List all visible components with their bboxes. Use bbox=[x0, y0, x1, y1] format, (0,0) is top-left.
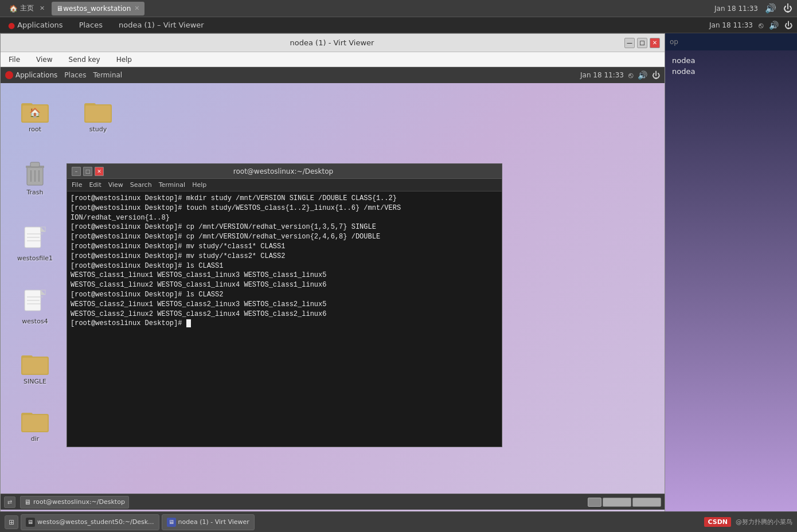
os-clock: Jan 18 11:33 bbox=[714, 5, 758, 13]
terminal-minimize-icon: – bbox=[75, 169, 78, 174]
terminal-controls: – □ ✕ bbox=[72, 167, 104, 176]
os-taskbar-top: 🏠 主页 ✕ 🖥 westos_workstation ✕ Jan 18 11:… bbox=[0, 0, 797, 17]
os-menu-bar: ● Applications Places nodea (1) – Virt V… bbox=[0, 17, 797, 33]
terminal-line-7: [root@westoslinux Desktop]# ls CLASS1 bbox=[71, 261, 498, 271]
desktop-icon-westosfile1[interactable]: westosfile1 bbox=[12, 224, 58, 264]
right-panel-top: op bbox=[665, 33, 797, 50]
vm-volume-icon[interactable]: 🔊 bbox=[638, 71, 647, 80]
virt-viewer-maximize[interactable]: □ bbox=[637, 38, 647, 48]
workstation-tab[interactable]: 🖥 westos_workstation ✕ bbox=[52, 2, 144, 15]
os-task-btn2[interactable]: 🖥 nodea (1) - Virt Viewer bbox=[162, 514, 255, 530]
watermark-text: @努力扑腾的小菜鸟 bbox=[736, 518, 792, 526]
svg-marker-14 bbox=[41, 227, 45, 232]
os-task-btn1[interactable]: 🖥 westos@westos_student50:~/Desk... bbox=[21, 514, 159, 530]
vm-applications-label: Applications bbox=[15, 71, 57, 79]
terminal-line-12: WESTOS_class2_linux2 WESTOS_class2_linux… bbox=[71, 310, 498, 319]
os-places-menu[interactable]: Places bbox=[76, 19, 106, 30]
vm-terminal-task[interactable]: 🖥 root@westoslinux:~/Desktop bbox=[20, 496, 129, 508]
desktop-icon-westos4[interactable]: westos4 bbox=[12, 287, 58, 327]
term-menu-view[interactable]: View bbox=[108, 181, 123, 189]
virt-viewer-menubar: File View Send key Help bbox=[1, 52, 665, 67]
terminal-maximize[interactable]: □ bbox=[83, 167, 92, 176]
vm-desktop-area: 🏠 root study bbox=[1, 83, 665, 510]
desktop-icon-dir[interactable]: dir bbox=[12, 404, 58, 445]
dir-folder-icon bbox=[21, 406, 49, 434]
vm-menubar-right: Jan 18 11:33 ⎋ 🔊 ⏻ bbox=[580, 71, 660, 80]
vm-taskbar-scrollarea bbox=[588, 498, 661, 507]
terminal-minimize[interactable]: – bbox=[72, 167, 81, 176]
home-tab[interactable]: 🏠 主页 ✕ bbox=[5, 2, 49, 15]
svg-rect-27 bbox=[22, 358, 48, 374]
os-applications-menu[interactable]: ● Applications bbox=[5, 19, 67, 31]
term-menu-terminal[interactable]: Terminal bbox=[159, 181, 186, 189]
volume-icon[interactable]: 🔊 bbox=[765, 3, 776, 14]
home-tab-label: 主页 bbox=[20, 3, 34, 13]
vm-power-icon[interactable]: ⏻ bbox=[652, 71, 660, 80]
vm-menubar: Applications Places Terminal Jan 18 11:3… bbox=[1, 67, 665, 83]
terminal-line-0: [root@westoslinux Desktop]# mkdir study … bbox=[71, 194, 498, 204]
os-window-title-text: nodea (1) – Virt Viewer bbox=[119, 21, 204, 29]
root-icon-label: root bbox=[29, 126, 41, 133]
terminal-menubar: File Edit View Search Terminal Help bbox=[67, 179, 502, 191]
terminal-line-8: WESTOS_class1_linux1 WESTOS_class1_linux… bbox=[71, 271, 498, 280]
vm-applications-btn[interactable]: Applications bbox=[5, 71, 57, 79]
single-folder-icon bbox=[21, 349, 49, 377]
virt-viewer-title: nodea (1) - Virt Viewer bbox=[40, 38, 624, 47]
svg-rect-6 bbox=[85, 105, 111, 122]
westos4-icon-label: westos4 bbox=[22, 318, 48, 325]
westos4-icon bbox=[21, 289, 49, 316]
virt-viewer-titlebar: nodea (1) - Virt Viewer — □ ✕ bbox=[1, 34, 665, 52]
workstation-tab-close[interactable]: ✕ bbox=[134, 5, 139, 12]
vm-fedora-icon bbox=[5, 71, 13, 79]
os-volume-icon[interactable]: 🔊 bbox=[769, 21, 779, 30]
terminal-title: root@westoslinux:~/Desktop bbox=[104, 167, 463, 175]
term-menu-edit[interactable]: Edit bbox=[89, 181, 101, 189]
minimize-icon: — bbox=[627, 40, 632, 46]
os-places-label: Places bbox=[79, 21, 103, 29]
virt-menu-view[interactable]: View bbox=[33, 54, 56, 65]
vm-scrollbar2[interactable] bbox=[632, 498, 661, 507]
terminal-maximize-icon: □ bbox=[85, 169, 91, 174]
os-power-btn[interactable]: ⏻ bbox=[784, 21, 792, 30]
os-taskbar-left-btn[interactable]: ⊞ bbox=[5, 515, 18, 529]
virt-viewer-minimize[interactable]: — bbox=[624, 38, 635, 48]
desktop-icon-study[interactable]: study bbox=[75, 95, 121, 135]
right-panel-content: nodea nodea bbox=[665, 50, 797, 526]
power-icon[interactable]: ⏻ bbox=[783, 3, 792, 14]
os-taskbar-right: CSDN @努力扑腾的小菜鸟 bbox=[704, 517, 792, 527]
vm-terminal-menu[interactable]: Terminal bbox=[93, 71, 122, 79]
vm-scroll-btn[interactable] bbox=[588, 498, 601, 507]
virt-viewer-controls: — □ ✕ bbox=[624, 38, 660, 48]
desktop-icon-root[interactable]: 🏠 root bbox=[12, 95, 58, 135]
terminal-titlebar: – □ ✕ root@westoslinux:~/Desktop bbox=[67, 164, 502, 179]
virt-menu-file[interactable]: File bbox=[5, 54, 24, 65]
os-menu-clock: Jan 18 11:33 bbox=[709, 21, 753, 29]
terminal-line-3: [root@westoslinux Desktop]# cp /mnt/VERS… bbox=[71, 222, 498, 232]
terminal-line-2: ION/redhat_version{1..8} bbox=[71, 213, 498, 223]
desktop-icon-single[interactable]: SINGLE bbox=[12, 347, 58, 388]
terminal-line-5: [root@westoslinux Desktop]# mv study/*cl… bbox=[71, 242, 498, 252]
vm-scrollbar[interactable] bbox=[603, 498, 631, 507]
virt-menu-help[interactable]: Help bbox=[113, 54, 135, 65]
vm-list-item-nodea1[interactable]: nodea bbox=[670, 55, 792, 66]
svg-text:🏠: 🏠 bbox=[29, 107, 41, 118]
fedora-icon: ● bbox=[8, 21, 15, 30]
vm-list-item-nodea2[interactable]: nodea bbox=[670, 66, 792, 77]
desktop-icon-trash[interactable]: Trash bbox=[12, 158, 58, 198]
virt-viewer-close[interactable]: ✕ bbox=[650, 38, 660, 48]
home-icon: 🏠 bbox=[9, 5, 18, 13]
vm-places-menu[interactable]: Places bbox=[64, 71, 86, 79]
terminal-close[interactable]: ✕ bbox=[95, 167, 104, 176]
vm-taskbar-left-btn[interactable]: ⇄ bbox=[4, 496, 15, 508]
virt-viewer-window: nodea (1) - Virt Viewer — □ ✕ File View … bbox=[0, 33, 665, 526]
term-menu-search[interactable]: Search bbox=[130, 181, 152, 189]
virt-menu-sendkey[interactable]: Send key bbox=[65, 54, 104, 65]
study-folder-icon bbox=[84, 97, 112, 124]
terminal-line-11: WESTOS_class2_linux1 WESTOS_class2_linux… bbox=[71, 300, 498, 310]
westosfile1-icon bbox=[21, 226, 49, 253]
home-tab-close[interactable]: ✕ bbox=[40, 5, 45, 12]
vm-clock: Jan 18 11:33 bbox=[580, 71, 624, 79]
term-menu-help[interactable]: Help bbox=[192, 181, 206, 189]
terminal-content[interactable]: [root@westoslinux Desktop]# mkdir study … bbox=[67, 191, 502, 447]
term-menu-file[interactable]: File bbox=[72, 181, 82, 189]
